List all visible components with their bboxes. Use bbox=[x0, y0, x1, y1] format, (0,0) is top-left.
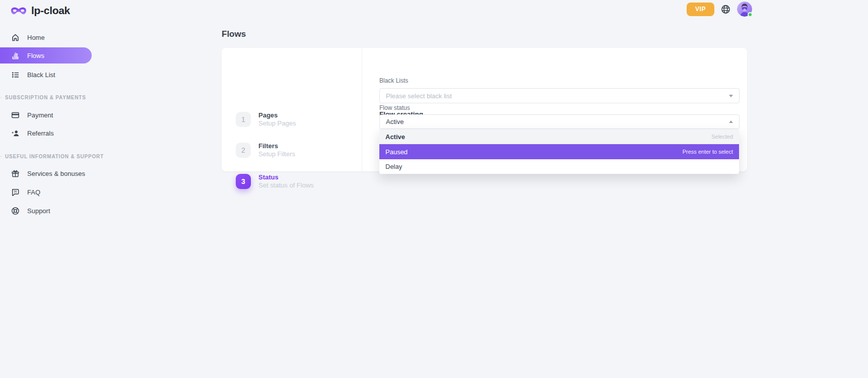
step-number-badge: 3 bbox=[236, 174, 251, 189]
sidebar-item-label: Services & bonuses bbox=[27, 170, 85, 177]
wizard-step-status[interactable]: 3 Status Set status of Flows bbox=[236, 173, 314, 190]
credit-card-icon bbox=[11, 111, 20, 119]
dropdown-option-delay[interactable]: Delay bbox=[379, 159, 739, 174]
sidebar-section-subscription: SUBSCRIPTION & PAYMENTS bbox=[0, 94, 92, 101]
topbar-actions: VIP bbox=[687, 2, 752, 17]
mask-logo-icon bbox=[10, 6, 27, 16]
flow-status-value: Active bbox=[386, 118, 404, 125]
sidebar-item-label: Referrals bbox=[27, 130, 54, 137]
sidebar-item-label: FAQ bbox=[27, 188, 40, 196]
black-list-icon bbox=[11, 71, 20, 79]
sidebar-item-services[interactable]: Services & bonuses bbox=[0, 167, 129, 180]
dropdown-option-active[interactable]: Active Selected bbox=[379, 129, 739, 144]
flow-status-label: Flow status bbox=[379, 104, 410, 111]
step-number-badge: 2 bbox=[236, 143, 251, 158]
sidebar-item-payment[interactable]: Payment bbox=[0, 108, 129, 121]
step-title: Filters bbox=[258, 142, 295, 150]
flows-icon bbox=[11, 51, 20, 60]
sidebar-section-support: USEFUL INFORMATION & SUPPORT bbox=[0, 153, 92, 160]
press-enter-hint: Press enter to select bbox=[683, 149, 733, 155]
gift-icon bbox=[11, 169, 20, 178]
dropdown-option-paused[interactable]: Paused Press enter to select bbox=[379, 144, 739, 159]
vip-button[interactable]: VIP bbox=[687, 3, 714, 16]
wizard-step-filters[interactable]: 2 Filters Setup Filters bbox=[236, 142, 295, 158]
chevron-up-icon bbox=[729, 120, 733, 123]
step-subtitle: Setup Filters bbox=[258, 150, 295, 158]
sidebar-item-referrals[interactable]: Referrals bbox=[0, 127, 129, 140]
sidebar-item-label: Black List bbox=[27, 71, 55, 79]
home-icon bbox=[11, 33, 20, 42]
globe-icon[interactable] bbox=[721, 5, 730, 14]
flow-card: 1 Pages Setup Pages 2 Filters Setup Filt… bbox=[222, 48, 747, 171]
sidebar-item-label: Support bbox=[27, 207, 50, 215]
sidebar-item-black-list[interactable]: Black List bbox=[0, 68, 129, 81]
card-divider bbox=[362, 48, 362, 171]
selected-hint: Selected bbox=[711, 134, 733, 140]
step-title: Status bbox=[258, 173, 314, 181]
sidebar-item-label: Home bbox=[27, 34, 45, 41]
step-subtitle: Set status of Flows bbox=[258, 181, 314, 190]
step-title: Pages bbox=[258, 111, 296, 119]
sidebar: lp-cloak Home Flows Black List SUBSCRIPT… bbox=[0, 0, 129, 378]
flow-status-select[interactable]: Active bbox=[379, 114, 740, 129]
sidebar-item-support[interactable]: Support bbox=[0, 204, 129, 217]
step-subtitle: Setup Pages bbox=[258, 119, 296, 128]
step-number-badge: 1 bbox=[236, 112, 251, 127]
sidebar-item-flows[interactable]: Flows bbox=[0, 47, 92, 64]
black-lists-placeholder: Please select black list bbox=[386, 92, 452, 100]
sidebar-item-label: Payment bbox=[27, 111, 53, 119]
black-lists-select[interactable]: Please select black list bbox=[379, 88, 740, 103]
wizard-step-pages[interactable]: 1 Pages Setup Pages bbox=[236, 111, 296, 128]
black-lists-label: Black Lists bbox=[379, 77, 408, 84]
support-icon bbox=[11, 207, 20, 215]
flow-status-dropdown: Active Selected Paused Press enter to se… bbox=[379, 129, 739, 174]
online-status-dot bbox=[748, 12, 753, 17]
brand-name: lp-cloak bbox=[31, 5, 70, 17]
avatar[interactable] bbox=[737, 2, 752, 17]
sidebar-item-faq[interactable]: ?! FAQ bbox=[0, 185, 129, 199]
sidebar-item-label: Flows bbox=[27, 52, 44, 59]
brand-logo[interactable]: lp-cloak bbox=[10, 5, 70, 17]
page-title: Flows bbox=[222, 29, 246, 39]
sidebar-item-home[interactable]: Home bbox=[0, 31, 129, 44]
chevron-down-icon bbox=[729, 95, 733, 97]
referrals-icon bbox=[11, 129, 20, 138]
faq-icon: ?! bbox=[11, 188, 20, 197]
svg-text:?!: ?! bbox=[14, 190, 17, 193]
app-root: lp-cloak Home Flows Black List SUBSCRIPT… bbox=[0, 0, 868, 378]
